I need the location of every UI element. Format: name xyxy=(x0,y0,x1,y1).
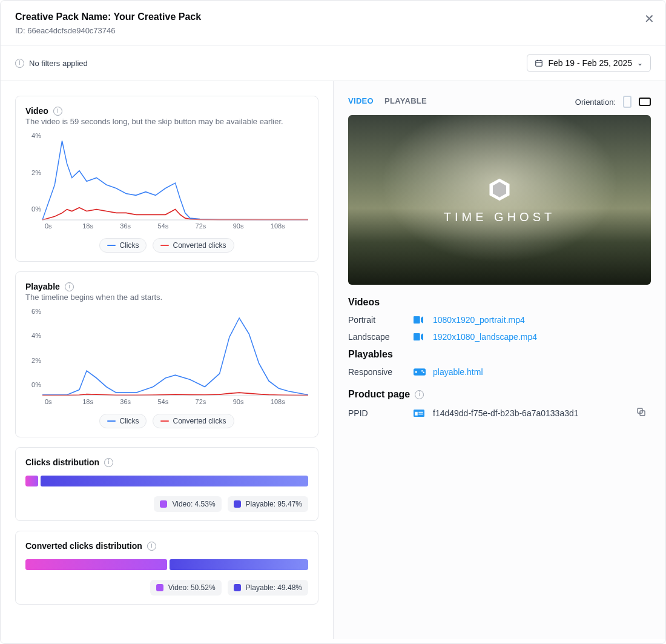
date-range-picker[interactable]: Feb 19 - Feb 25, 2025 ⌄ xyxy=(527,54,651,72)
svg-rect-20 xyxy=(418,413,423,414)
modal-header: Creative Pack Name: Your Creative Pack I… xyxy=(1,1,665,45)
svg-rect-10 xyxy=(414,333,420,340)
date-range-text: Feb 19 - Feb 25, 2025 xyxy=(548,58,632,68)
ppid-value: f14d49dd-f75e-df-b23b-6a7a0133a3d1 xyxy=(433,408,631,418)
orientation-portrait-button[interactable] xyxy=(623,96,631,108)
video-landscape-row: Landscape 1920x1080_landscape.mp4 xyxy=(348,332,651,342)
tab-video[interactable]: VIDEO xyxy=(348,96,374,108)
info-icon[interactable]: i xyxy=(415,390,424,399)
playable-chart-card: Playable i The timeline begins when the … xyxy=(15,271,318,437)
svg-rect-8 xyxy=(414,316,420,324)
video-legend: Clicks Converted clicks xyxy=(25,238,308,253)
conv-dist-bar xyxy=(25,559,308,570)
preview-logo: TIME GHOST xyxy=(444,176,555,224)
svg-marker-11 xyxy=(421,333,423,340)
conv-dist-playable-seg xyxy=(170,559,308,570)
clicks-dist-video-seg xyxy=(25,476,38,486)
legend-converted-clicks[interactable]: Converted clicks xyxy=(153,414,234,428)
clicks-dist-bar xyxy=(25,476,308,486)
chevron-down-icon: ⌄ xyxy=(637,59,643,67)
video-chart-card: Video i The video is 59 seconds long, bu… xyxy=(15,96,318,262)
legend-converted-clicks[interactable]: Converted clicks xyxy=(153,238,234,253)
orientation-landscape-button[interactable] xyxy=(639,98,651,106)
clicks-dist-playable-seg xyxy=(41,476,308,486)
ppid-row: PPID f14d49dd-f75e-df-b23b-6a7a0133a3d1 xyxy=(348,407,651,419)
landscape-file-link[interactable]: 1920x1080_landscape.mp4 xyxy=(433,332,631,342)
svg-rect-18 xyxy=(415,411,418,415)
playables-heading: Playables xyxy=(348,349,651,360)
svg-point-15 xyxy=(421,370,423,372)
copy-button[interactable] xyxy=(636,407,651,419)
conv-dist-title: Converted clicks distribution xyxy=(25,541,142,551)
video-icon xyxy=(414,333,428,340)
info-icon: i xyxy=(15,59,24,68)
playable-file-link[interactable]: playable.html xyxy=(433,367,631,377)
clicks-distribution-card: Clicks distribution i Video: 4.53% Playa… xyxy=(15,447,318,521)
legend-clicks[interactable]: Clicks xyxy=(99,414,147,428)
landscape-label: Landscape xyxy=(348,332,409,342)
clicks-dist-title: Clicks distribution xyxy=(25,457,99,467)
close-button[interactable]: ✕ xyxy=(644,12,654,26)
svg-rect-14 xyxy=(415,371,417,373)
product-page-heading: Product page xyxy=(348,389,410,400)
conv-dist-playable-label: Playable: 49.48% xyxy=(228,580,308,596)
preview-tabs: VIDEO PLAYABLE xyxy=(348,96,427,108)
video-chart-subtitle: The video is 59 seconds long, but the sk… xyxy=(25,117,308,126)
svg-rect-0 xyxy=(536,61,542,66)
y-axis: 4% 2% 0% xyxy=(24,132,41,213)
y-axis: 6% 4% 2% 0% xyxy=(24,308,41,388)
video-icon xyxy=(414,316,428,324)
responsive-label: Responsive xyxy=(348,367,409,377)
clicks-dist-video-label: Video: 4.53% xyxy=(154,496,221,512)
page-title: Creative Pack Name: Your Creative Pack xyxy=(15,12,651,22)
ppid-label: PPID xyxy=(348,408,409,418)
page-icon xyxy=(414,410,428,417)
playable-chart-title: Playable xyxy=(25,282,60,291)
svg-point-16 xyxy=(423,372,424,374)
legend-clicks[interactable]: Clicks xyxy=(99,238,147,253)
x-axis: 0s 18s 36s 54s 72s 90s 108s xyxy=(45,222,308,230)
info-icon[interactable]: i xyxy=(104,458,113,467)
playable-legend: Clicks Converted clicks xyxy=(25,414,308,428)
orientation-control: Orientation: xyxy=(575,96,651,108)
conv-dist-video-label: Video: 50.52% xyxy=(150,580,222,596)
portrait-file-link[interactable]: 1080x1920_portrait.mp4 xyxy=(433,315,631,325)
filter-status-text: No filters applied xyxy=(29,59,88,68)
preview-column: VIDEO PLAYABLE Orientation: TIME GHOST V… xyxy=(334,81,665,639)
playable-chart: 6% 4% 2% 0% xyxy=(42,308,308,396)
filter-bar: i No filters applied Feb 19 - Feb 25, 20… xyxy=(1,45,665,81)
creative-pack-modal: Creative Pack Name: Your Creative Pack I… xyxy=(0,0,666,644)
gamepad-icon xyxy=(414,368,428,376)
calendar-icon xyxy=(535,59,543,67)
playable-chart-subtitle: The timeline begins when the ad starts. xyxy=(25,293,308,302)
clicks-dist-playable-label: Playable: 95.47% xyxy=(228,496,308,512)
filter-status: i No filters applied xyxy=(15,59,88,68)
svg-marker-9 xyxy=(421,316,423,324)
portrait-label: Portrait xyxy=(348,315,409,325)
video-portrait-row: Portrait 1080x1920_portrait.mp4 xyxy=(348,315,651,325)
info-icon[interactable]: i xyxy=(53,107,62,116)
charts-column: Video i The video is 59 seconds long, bu… xyxy=(1,81,334,639)
videos-heading: Videos xyxy=(348,297,651,308)
info-icon[interactable]: i xyxy=(147,542,156,551)
info-icon[interactable]: i xyxy=(65,282,74,291)
creative-pack-id: ID: 66eac4dcfsde940c73746 xyxy=(15,26,651,35)
video-preview[interactable]: TIME GHOST xyxy=(348,115,651,285)
converted-clicks-distribution-card: Converted clicks distribution i Video: 5… xyxy=(15,531,318,605)
orientation-label: Orientation: xyxy=(575,98,616,107)
x-axis: 0s 18s 36s 54s 72s 90s 108s xyxy=(45,398,308,405)
playable-responsive-row: Responsive playable.html xyxy=(348,367,651,377)
video-chart: 4% 2% 0% xyxy=(42,132,308,220)
svg-rect-19 xyxy=(418,411,423,413)
tab-playable[interactable]: PLAYABLE xyxy=(384,96,427,108)
video-chart-title: Video xyxy=(25,106,48,116)
conv-dist-video-seg xyxy=(25,559,167,570)
